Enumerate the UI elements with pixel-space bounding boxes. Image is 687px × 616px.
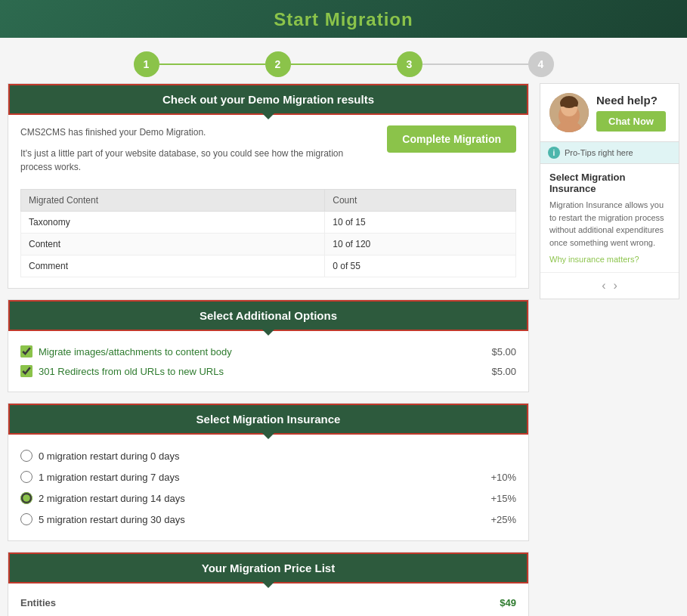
insurance-label-3: 5 migration restart during 30 days [39,514,185,525]
table-cell-comment-label: Comment [21,255,325,277]
demo-migration-section: Check out your Demo Migration results CM… [8,83,529,289]
main-content: Check out your Demo Migration results CM… [8,83,529,616]
insurance-left-1: 1 migration restart during 7 days [20,471,179,483]
table-row: Comment 0 of 55 [21,255,516,277]
step-4: 4 [528,51,554,77]
insurance-radio-1[interactable] [20,471,32,483]
sidebar-insurance-info: Select Migration Insurance Migration Ins… [540,164,679,272]
insurance-section: Select Migration Insurance 0 migration r… [8,403,529,541]
table-col-count: Count [325,190,516,212]
table-row: Taxonomy 10 of 15 [21,212,516,234]
insurance-radio-2[interactable] [20,492,32,504]
sidebar-next-button[interactable]: › [614,279,617,293]
sidebar-help-card: Need help? Chat Now i Pro-Tips right her… [540,83,679,299]
insurance-left-0: 0 migration restart during 0 days [20,450,179,462]
price-label-entities: Entities [20,597,56,608]
option-left-2: 301 Redirects from old URLs to new URLs [20,365,224,377]
avatar [549,93,589,132]
insurance-header: Select Migration Insurance [8,404,528,435]
step-line-2-3 [291,63,397,65]
options-body: Migrate images/attachments to content bo… [8,331,528,392]
demo-body: CMS2CMS has finished your Demo Migration… [8,115,528,288]
pro-tips-label: Pro-Tips right here [565,148,633,157]
sidebar-prev-button[interactable]: ‹ [602,279,605,293]
insurance-row-1: 1 migration restart during 7 days +10% [20,466,516,488]
why-insurance-link[interactable]: Why insurance matters? [549,255,639,264]
option-left-1: Migrate images/attachments to content bo… [20,345,232,358]
sidebar-help-text: Need help? Chat Now [596,94,666,132]
table-cell-comment-count: 0 of 55 [325,255,516,277]
option-checkbox-images[interactable] [20,345,32,358]
table-row: Content 10 of 120 [21,234,516,255]
complete-migration-top-button[interactable]: Complete Migration [387,125,516,153]
sidebar: Need help? Chat Now i Pro-Tips right her… [540,83,679,616]
price-body: Entities $49 Options $10 Insurance $8.85… [8,583,528,616]
insurance-pct-3: +25% [490,514,516,525]
option-price-images: $5.00 [491,346,516,358]
demo-desc-1: CMS2CMS has finished your Demo Migration… [20,125,372,139]
insurance-pct-2: +15% [490,493,516,504]
table-cell-content-count: 10 of 120 [325,234,516,255]
insurance-radio-0[interactable] [20,450,32,462]
steps-bar: 1 2 3 4 [0,38,687,77]
page-header: Start Migration [0,0,687,38]
price-amount-entities: $49 [500,597,516,608]
info-icon: i [548,147,560,159]
step-line-3-4 [422,63,528,65]
avatar-image [549,93,589,132]
sidebar-help-title: Need help? [596,94,666,107]
migration-table: Migrated Content Count Taxonomy 10 of 15… [20,189,516,277]
demo-actions: CMS2CMS has finished your Demo Migration… [20,125,516,181]
option-checkbox-redirects[interactable] [20,365,32,377]
page-title: Start Migration [274,9,413,29]
insurance-row-2: 2 migration restart during 14 days +15% [20,488,516,509]
option-row-2: 301 Redirects from old URLs to new URLs … [20,361,516,381]
insurance-left-3: 5 migration restart during 30 days [20,513,185,525]
additional-options-header: Select Additional Options [8,300,528,331]
option-label-redirects: 301 Redirects from old URLs to new URLs [39,366,224,377]
step-line-1-2 [159,63,265,65]
price-row-entities: Entities $49 [20,594,516,611]
insurance-row-3: 5 migration restart during 30 days +25% [20,509,516,530]
insurance-label-1: 1 migration restart during 7 days [39,472,179,483]
insurance-left-2: 2 migration restart during 14 days [20,492,185,504]
option-price-redirects: $5.00 [491,366,516,377]
demo-header: Check out your Demo Migration results [8,84,528,115]
table-col-content: Migrated Content [21,190,325,212]
price-list-header: Your Migration Price List [8,553,528,583]
step-3: 3 [397,51,422,77]
step-1: 1 [134,51,159,77]
additional-options-section: Select Additional Options Migrate images… [8,299,529,392]
sidebar-insurance-title: Select Migration Insurance [549,172,670,194]
chat-now-button[interactable]: Chat Now [596,111,666,132]
price-row-options: Options $10 [20,611,516,616]
sidebar-insurance-desc: Migration Insurance allows you to restar… [549,199,670,249]
price-list-section: Your Migration Price List Entities $49 O… [8,552,529,616]
insurance-pct-1: +10% [490,472,516,483]
demo-text-block: CMS2CMS has finished your Demo Migration… [20,125,372,181]
table-cell-taxonomy-label: Taxonomy [21,212,325,234]
sidebar-nav: ‹ › [540,272,679,299]
option-row-1: Migrate images/attachments to content bo… [20,342,516,361]
step-2: 2 [265,51,291,77]
option-label-images: Migrate images/attachments to content bo… [39,346,232,358]
table-cell-taxonomy-count: 10 of 15 [325,212,516,234]
insurance-row-0: 0 migration restart during 0 days [20,445,516,466]
table-cell-content-label: Content [21,234,325,255]
insurance-body: 0 migration restart during 0 days 1 migr… [8,435,528,540]
demo-desc-2: It's just a little part of your website … [20,147,372,174]
pro-tips-bar: i Pro-Tips right here [540,141,679,164]
insurance-label-0: 0 migration restart during 0 days [39,450,179,462]
sidebar-avatar-row: Need help? Chat Now [540,84,679,141]
insurance-label-2: 2 migration restart during 14 days [39,493,185,504]
main-layout: Check out your Demo Migration results CM… [0,83,687,616]
insurance-radio-3[interactable] [20,513,32,525]
